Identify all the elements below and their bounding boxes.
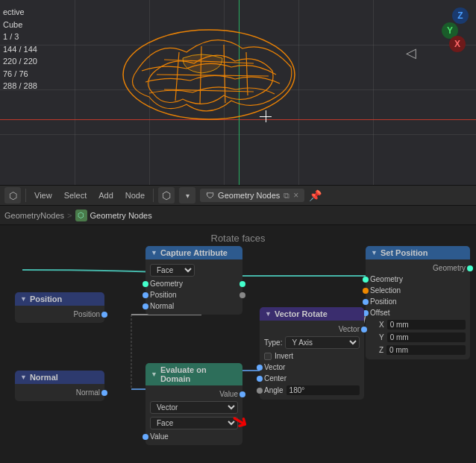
setpos-offset-label: Offset [370,309,390,317]
vecrot-angle-value[interactable]: 180° [286,385,360,395]
invert-checkbox[interactable] [264,353,272,360]
collapse-icon[interactable]: ▼ [265,310,272,318]
capture-geo-label: Geometry [150,280,183,288]
vector-rotate-node: ▼ Vector Rotate Vector Type: Y Axis X Ax… [260,307,364,400]
setpos-offset-row: Offset [366,307,470,318]
add-menu[interactable]: Add [95,189,117,201]
workspace-name-text: Geometry Nodes [218,191,280,200]
info-tris2: 288 / 288 [3,80,37,92]
vecrot-vec-out-label: Vector [264,325,360,333]
nav-arrow: ◁ [406,45,416,61]
setpos-geo-in-row: Geometry [366,274,470,285]
position-output-socket[interactable] [101,312,107,318]
vecrot-type-row: Type: Y Axis X Axis Z Axis Euler [260,335,364,350]
capture-title: Capture Attribute [160,248,228,257]
pin-button[interactable]: 📌 [309,189,322,201]
setpos-sel-socket[interactable] [363,288,369,294]
vecrot-vec-in-row: Vector [260,362,364,373]
eval-val-out-row: Value [145,388,242,400]
capture-pos-label: Position [150,291,177,299]
vecrot-vec-out-row: Vector [260,324,364,335]
vecrot-type-label: Type: [264,338,282,347]
info-verts: 1 / 3 [3,31,37,43]
setpos-y-value[interactable]: 0 mm [387,333,466,342]
normal-node: ▼ Normal Normal [15,371,104,401]
workspace-name-label: 🛡 Geometry Nodes ⧉ × [200,189,304,202]
vecrot-invert-row: Invert [260,350,364,362]
vecrot-vec-in-label: Vector [264,363,285,371]
node-position-title: Position [30,295,62,303]
setpos-y-row: Y 0 mm [366,331,470,344]
vecrot-vec-out-socket[interactable] [361,327,367,333]
eval-type-dropdown[interactable]: Vector Float Integer [150,401,238,414]
normal-label: Normal [19,388,100,397]
capture-normal-row: Normal [145,300,242,312]
eval-val-out-label: Value [150,390,238,398]
capture-geo-out-socket[interactable] [239,281,245,287]
capture-pos-out-socket[interactable] [239,292,245,298]
view-menu[interactable]: View [31,189,56,201]
vecrot-invert-label: Invert [275,352,293,360]
position-node: ▼ Position Position [15,292,104,323]
header-toolbar: ⬡ View Select Add Node ⬡ ▾ 🛡 Geometry No… [0,185,476,206]
eval-domain-dropdown[interactable]: Face Point Edge [150,417,238,429]
breadcrumb-root[interactable]: GeometryNodes [4,211,64,220]
shield-icon: 🛡 [206,191,214,200]
capture-attribute-node: ▼ Capture Attribute Face Point Edge Geom… [145,246,242,315]
set-position-node: ▼ Set Position Geometry Geometry Selecti… [366,246,470,359]
collapse-icon[interactable]: ▼ [151,249,157,256]
grid-line [75,0,75,185]
setpos-z-row: Z 0 mm [366,344,470,356]
gizmo-z[interactable]: Z [452,7,469,24]
evaluate-on-domain-node: ▼ Evaluate on Domain Value Vector Float … [145,363,242,445]
setpos-pos-row: Position [366,296,470,307]
editor-type-button[interactable]: ⬡ [4,187,21,204]
capture-geo-in-socket[interactable] [143,281,148,287]
collapse-icon[interactable]: ▼ [20,374,27,381]
vecrot-angle-label: Angle [264,386,284,394]
capture-geo-row: Geometry [145,278,242,289]
collapse-icon[interactable]: ▼ [151,371,157,378]
info-mode: ective [3,6,37,19]
info-tris1: 76 / 76 [3,68,37,81]
copy-icon[interactable]: ⧉ [284,191,289,201]
separator [153,189,154,202]
capture-position-row: Position [145,289,242,300]
canvas-title: Rotate faces [211,233,266,244]
close-workspace-button[interactable]: × [293,190,298,201]
setpos-geo-out-row: Geometry [366,262,470,274]
viewport-3d: ◁ ective Cube 1 / 3 144 / 144 220 / 220 … [0,0,476,185]
set-position-title: Set Position [381,248,428,257]
node-canvas: Rotate faces ▼ Position Position [0,225,476,463]
vecrot-type-dropdown[interactable]: Y Axis X Axis Z Axis Euler [285,336,360,349]
setpos-geo-in-socket[interactable] [363,277,369,283]
capture-norm-socket[interactable] [143,303,148,309]
dropdown-arrow[interactable]: ▾ [179,187,195,204]
vecrot-vec-in-socket[interactable] [257,365,263,371]
select-menu[interactable]: Select [60,189,91,201]
vecrot-angle-socket[interactable] [257,388,263,394]
normal-output-socket[interactable] [101,390,107,396]
node-menu[interactable]: Node [122,189,148,201]
gizmo-x[interactable]: X [449,36,466,52]
evaluate-title: Evaluate on Domain [160,365,237,383]
setpos-pos-socket[interactable] [363,299,369,305]
breadcrumb-separator: > [67,211,72,220]
collapse-icon[interactable]: ▼ [371,249,378,256]
eval-val-in-socket[interactable] [143,434,148,440]
setpos-pos-label: Position [370,297,397,306]
collapse-icon[interactable]: ▼ [20,295,27,303]
setpos-x-label: X [370,321,384,329]
setpos-geo-out-socket[interactable] [467,265,473,271]
vecrot-center-socket[interactable] [257,376,263,382]
object-data-icon[interactable]: ⬡ [158,187,175,204]
setpos-x-value[interactable]: 0 mm [387,320,466,330]
eval-val-out-socket[interactable] [239,391,245,397]
capture-pos-socket[interactable] [143,292,148,298]
viewport-gizmo[interactable]: Z Y X [424,7,469,52]
3d-cursor [260,110,272,122]
viewport-info: ective Cube 1 / 3 144 / 144 220 / 220 76… [3,6,37,92]
capture-domain-dropdown[interactable]: Face Point Edge [150,264,195,277]
setpos-z-value[interactable]: 0 mm [386,345,466,355]
setpos-sel-row: Selection [366,285,470,296]
